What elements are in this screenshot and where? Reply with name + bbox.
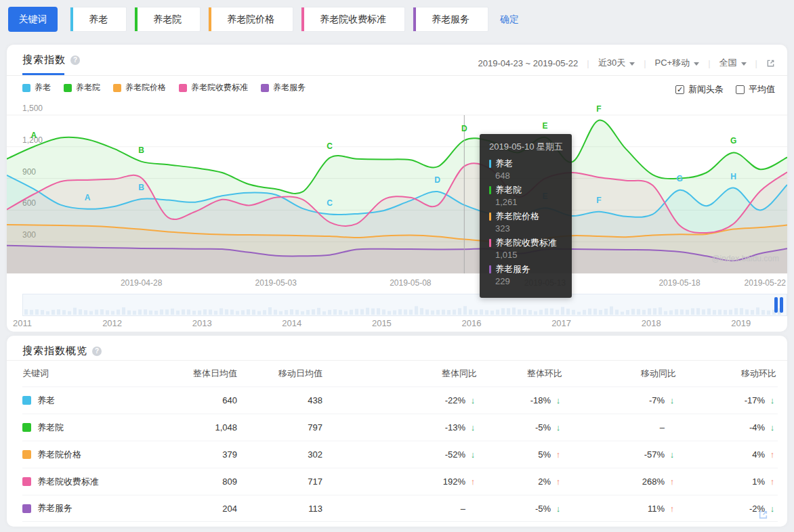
keyword-name: 养老院 bbox=[37, 422, 64, 434]
range-dropdown-value: 近30天 bbox=[598, 57, 625, 69]
confirm-link[interactable]: 确定 bbox=[500, 14, 519, 26]
keyword-color-bar bbox=[135, 7, 138, 31]
col-header-mobile-yoy: 移动同比 bbox=[562, 368, 676, 380]
watermark: @index.baidu.com bbox=[711, 254, 779, 263]
x-axis-tick-label: 2019-05-08 bbox=[390, 278, 432, 288]
tooltip-item: 养老院收费标准1,015 bbox=[489, 237, 562, 260]
panel-header: 搜索指数 ? bbox=[22, 53, 80, 66]
arrow-up-icon: ↑ bbox=[554, 476, 562, 487]
keyword-chip[interactable]: 养老院 bbox=[134, 7, 201, 32]
arrow-down-icon: ↓ bbox=[469, 422, 477, 433]
cell-value: -52% bbox=[445, 449, 465, 460]
cell-value: -7% bbox=[649, 395, 665, 405]
search-index-chart[interactable]: 1,5001,200900600300ABCDEFGHABCDEFG2019-0… bbox=[7, 102, 787, 294]
table-header: 关键词 整体日均值 移动日均值 整体同比 整体环比 移动同比 移动环比 bbox=[22, 361, 778, 386]
cell-value: -13% bbox=[445, 422, 465, 433]
news-marker-letter[interactable]: E bbox=[542, 121, 547, 131]
cell-mobile-yoy: – bbox=[562, 422, 676, 433]
keyword-name: 养老院价格 bbox=[37, 449, 81, 461]
timeline-year-label: 2018 bbox=[642, 318, 661, 328]
keyword-name: 养老院收费标准 bbox=[37, 476, 99, 488]
arrow-up-icon: ↑ bbox=[668, 476, 676, 487]
tooltip-items: 养老648养老院1,261养老院价格323养老院收费标准1,015养老服务229 bbox=[489, 158, 562, 286]
news-marker-letter[interactable]: C bbox=[327, 198, 333, 208]
slider-handle-left[interactable] bbox=[774, 297, 778, 313]
keyword-label-button[interactable]: 关键词 bbox=[8, 7, 58, 32]
external-link-icon-bottom[interactable] bbox=[758, 510, 768, 523]
news-marker-letter[interactable]: G bbox=[676, 174, 682, 183]
arrow-down-icon: ↓ bbox=[668, 395, 676, 405]
average-label: 平均值 bbox=[749, 83, 775, 95]
news-headline-checkbox[interactable]: ✓ 新闻头条 bbox=[675, 83, 724, 95]
keyword-chip[interactable]: 养老院价格 bbox=[208, 7, 293, 32]
x-axis-tick-label: 2019-05-03 bbox=[255, 278, 297, 288]
external-link-icon[interactable] bbox=[766, 59, 775, 68]
timeline-histogram bbox=[23, 294, 787, 315]
news-marker-letter[interactable]: A bbox=[85, 193, 91, 202]
news-marker-letter[interactable]: B bbox=[138, 146, 144, 155]
range-dropdown[interactable]: 近30天 bbox=[598, 57, 635, 69]
arrow-down-icon: ↓ bbox=[768, 504, 776, 514]
date-range: 2019-04-23 ~ 2019-05-22 bbox=[478, 58, 579, 68]
cell-overall-yoy: -13%↓ bbox=[322, 422, 477, 433]
arrow-down-icon: ↓ bbox=[469, 449, 477, 460]
average-checkbox[interactable]: 平均值 bbox=[736, 83, 775, 95]
cell-overall-yoy: 192%↑ bbox=[322, 476, 477, 487]
news-marker-letter[interactable]: A bbox=[30, 131, 37, 140]
cell-mobile-mom: -17%↓ bbox=[676, 395, 776, 405]
legend-label: 养老服务 bbox=[273, 82, 306, 93]
keyword-chip[interactable]: 养老院收费标准 bbox=[301, 7, 405, 32]
cell-overall-mom: 2%↑ bbox=[477, 476, 562, 487]
region-dropdown[interactable]: 全国 bbox=[719, 57, 747, 69]
keyword-chip[interactable]: 养老 bbox=[70, 7, 127, 32]
cell-value: 1% bbox=[752, 476, 765, 487]
cell-value: -5% bbox=[535, 422, 551, 433]
timeline-year-label: 2013 bbox=[192, 318, 212, 328]
col-header-overall-yoy: 整体同比 bbox=[322, 368, 477, 380]
legend-item[interactable]: 养老服务 bbox=[261, 82, 306, 93]
overview-table: 关键词 整体日均值 移动日均值 整体同比 整体环比 移动同比 移动环比 养老64… bbox=[22, 361, 778, 522]
legend-item[interactable]: 养老院收费标准 bbox=[179, 82, 248, 93]
overview-panel: 搜索指数概览 ? 关键词 整体日均值 移动日均值 整体同比 整体环比 移动同比 … bbox=[7, 336, 787, 527]
news-marker-letter[interactable]: G bbox=[730, 136, 736, 146]
cell-value: 5% bbox=[538, 449, 551, 460]
chevron-down-icon bbox=[741, 62, 747, 66]
cell-overall-avg: 640 bbox=[171, 395, 237, 405]
keyword-color-bar bbox=[413, 7, 416, 31]
help-icon[interactable]: ? bbox=[70, 56, 80, 65]
news-marker-letter[interactable]: B bbox=[138, 183, 144, 192]
news-marker-letter[interactable]: C bbox=[327, 141, 333, 151]
table-row: 养老640438-22%↓-18%↓-7%↓-17%↓ bbox=[22, 386, 778, 414]
chevron-down-icon bbox=[629, 62, 635, 66]
keyword-color-bar bbox=[70, 7, 73, 31]
device-dropdown[interactable]: PC+移动 bbox=[655, 57, 700, 69]
arrow-up-icon: ↑ bbox=[668, 504, 676, 514]
tooltip-series-value: 229 bbox=[495, 276, 562, 286]
arrow-down-icon: ↓ bbox=[469, 395, 477, 405]
cell-mobile-yoy: -57%↓ bbox=[562, 449, 676, 460]
cell-keyword: 养老 bbox=[22, 395, 171, 407]
slider-handle-right[interactable] bbox=[780, 297, 783, 313]
timeline-year-label: 2014 bbox=[282, 318, 301, 328]
header-divider bbox=[7, 75, 787, 76]
timeline-year-label: 2019 bbox=[731, 318, 751, 328]
news-marker-letter[interactable]: F bbox=[596, 196, 601, 205]
separator: | bbox=[644, 58, 646, 68]
legend-item[interactable]: 养老 bbox=[22, 82, 51, 93]
tooltip-series-value: 1,261 bbox=[495, 197, 562, 207]
cell-mobile-yoy: -7%↓ bbox=[562, 395, 676, 405]
legend-item[interactable]: 养老院 bbox=[64, 82, 100, 93]
cell-mobile-yoy: 268%↑ bbox=[562, 476, 676, 487]
news-marker-letter[interactable]: F bbox=[596, 104, 601, 114]
keyword-chip[interactable]: 养老服务 bbox=[413, 7, 488, 32]
news-marker-letter[interactable]: D bbox=[434, 175, 440, 185]
legend-item[interactable]: 养老院价格 bbox=[113, 82, 166, 93]
help-icon[interactable]: ? bbox=[92, 347, 102, 356]
table-row: 养老院价格379302-52%↓5%↑-57%↓4%↑ bbox=[22, 441, 778, 468]
timeline-slider[interactable] bbox=[22, 294, 787, 316]
news-marker-letter[interactable]: H bbox=[730, 172, 736, 181]
region-dropdown-value: 全国 bbox=[719, 57, 737, 69]
keyword-chip-label: 养老院价格 bbox=[227, 14, 274, 26]
tooltip-color-bar bbox=[489, 265, 491, 273]
news-marker-letter[interactable]: D bbox=[461, 124, 467, 133]
